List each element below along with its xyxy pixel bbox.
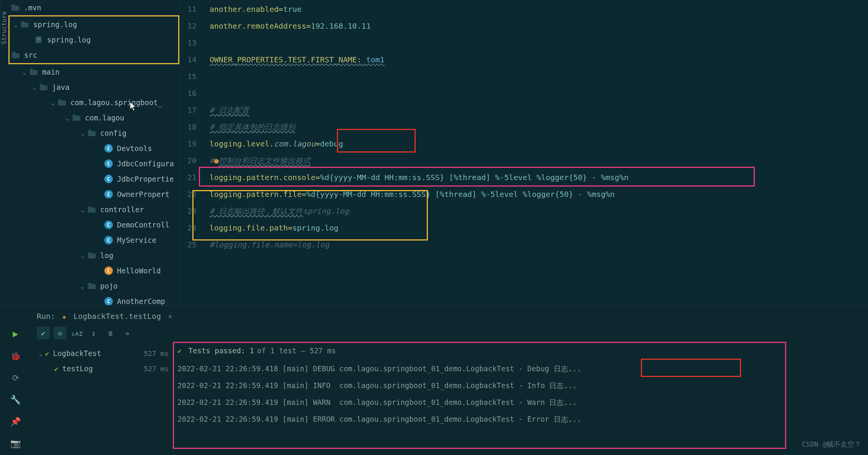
code-comment: # (210, 156, 214, 165)
chevron-down-icon[interactable]: ⌄ (63, 114, 72, 122)
tree-node-jdbcprops[interactable]: C JdbcPropertie (9, 171, 179, 187)
tree-node-helloworld[interactable]: C HelloWorld (9, 263, 179, 278)
run-toolbar: Run: ⬥ LogbackTest.testLog × (31, 306, 868, 327)
expand-icon[interactable]: ↧ (87, 327, 100, 340)
svg-rect-11 (30, 69, 33, 71)
tree-node-anothercomp[interactable]: C AnotherComp (9, 294, 179, 305)
svg-rect-15 (58, 99, 62, 101)
code-text: = (315, 139, 320, 148)
code-text: OWNER_PROPERTIES.TEST.FIRST_NAME: (210, 55, 361, 64)
test-root-row[interactable]: ⌄ ✔ LogbackTest 527 ms (31, 346, 173, 361)
collapse-icon[interactable]: ≣ (104, 327, 117, 340)
class-icon: C (104, 144, 113, 153)
code-text: %d{yyyy-MM-dd HH:mm:ss.SSS} [%thread] %-… (306, 190, 615, 199)
project-tree[interactable]: .mvn ⌄ spring.log spring.log src ⌄ (0, 0, 180, 305)
chevron-down-icon[interactable]: ⌄ (78, 130, 87, 137)
sort-icon[interactable]: ↓ᴀᴢ (70, 327, 83, 340)
class-icon: C (104, 159, 113, 168)
more-icon[interactable]: » (121, 327, 134, 340)
test-method-row[interactable]: ✔ testLog 527 ms (31, 361, 173, 376)
debug-icon[interactable]: 🐞 (10, 351, 21, 361)
console-line: 2022-02-21 22:26:59.418 [main] DEBUG com… (177, 360, 866, 377)
tree-node-config[interactable]: ⌄ config (9, 125, 179, 141)
svg-rect-3 (21, 21, 24, 23)
structure-tool-tab[interactable]: Structure (0, 0, 8, 46)
package-icon (87, 128, 96, 138)
chevron-down-icon[interactable]: ⌄ (20, 68, 29, 76)
chevron-down-icon[interactable]: ⌄ (30, 84, 39, 91)
pass-icon: ✔ (54, 365, 59, 373)
svg-rect-7 (37, 41, 39, 42)
folder-icon (11, 3, 20, 12)
pin-icon[interactable]: 📌 (10, 417, 21, 426)
line-number: 14 (180, 51, 197, 68)
settings-icon[interactable]: 🔧 (10, 395, 21, 405)
tree-node-myservice[interactable]: C MyService (9, 232, 179, 248)
code-text: debug (320, 139, 343, 148)
chevron-down-icon[interactable]: ⌄ (78, 206, 87, 213)
close-icon[interactable]: × (168, 312, 172, 321)
code-comment: 控制台和日志文件输出格式 (219, 156, 310, 165)
code-comment: spring.log (303, 206, 349, 216)
camera-icon[interactable]: 📷 (10, 439, 21, 448)
check-icon[interactable]: ✔ (37, 327, 50, 340)
editor-area[interactable]: another.enabled=true another.remoteAddre… (201, 0, 868, 305)
run-tab[interactable]: LogbackTest.testLog (73, 312, 161, 321)
tree-node-devtools[interactable]: C Devtools (9, 141, 179, 156)
file-icon (34, 35, 43, 44)
run-label: Run: (37, 312, 55, 321)
chevron-down-icon[interactable]: ⌄ (11, 21, 20, 28)
console-line: 2022-02-21 22:26:59.419 [main] ERROR com… (177, 411, 866, 427)
tree-node-mvn[interactable]: .mvn (9, 0, 179, 15)
rerun-icon[interactable]: ▶ (13, 328, 18, 339)
tree-node-jdbcconfig[interactable]: C JdbcConfigura (9, 156, 179, 171)
test-tree[interactable]: ⌄ ✔ LogbackTest 527 ms ✔ testLog 527 ms (31, 343, 174, 455)
code-text: com.lagou (274, 139, 315, 148)
line-number: 22 (180, 186, 197, 203)
tree-node-log[interactable]: ⌄ log (9, 248, 179, 263)
line-number: 20 (180, 152, 197, 169)
tree-node-src[interactable]: src (10, 47, 178, 63)
console-line: 2022-02-21 22:26:59.419 [main] INFO com.… (177, 377, 866, 394)
folder-icon (20, 20, 29, 29)
code-editor[interactable]: 111213141516171819202122232425 another.e… (180, 0, 868, 305)
line-number: 19 (180, 135, 197, 152)
line-number: 17 (180, 102, 197, 119)
tree-node-springlog-file[interactable]: spring.log (10, 32, 178, 47)
test-method-label: testLog (62, 364, 93, 373)
line-number: 15 (180, 68, 197, 85)
tree-node-democtrl[interactable]: C DemoControll (9, 217, 179, 232)
tree-node-controller[interactable]: ⌄ controller (9, 202, 179, 217)
svg-rect-21 (88, 206, 91, 208)
code-text: another.enabled= (210, 5, 283, 14)
line-number: 18 (180, 119, 197, 135)
code-text: logging.pattern.file= (210, 190, 306, 199)
refresh-icon[interactable]: ⟳ (12, 373, 19, 383)
console-output[interactable]: ✔ Tests passed: 1 of 1 test – 527 ms 202… (174, 343, 868, 455)
annotation-yellow-tree: ⌄ spring.log spring.log src (8, 15, 179, 64)
code-text: 192.168.10.11 (311, 21, 371, 31)
line-number: 13 (180, 34, 197, 51)
svg-rect-17 (73, 115, 76, 117)
stop-icon[interactable]: ⊘ (54, 327, 67, 340)
code-text: logging.file.path= (210, 223, 293, 232)
tree-node-main[interactable]: ⌄ main (9, 64, 179, 80)
svg-rect-19 (88, 130, 91, 132)
code-text: tom1 (361, 55, 384, 64)
chevron-down-icon[interactable]: ⌄ (78, 252, 87, 259)
chevron-down-icon[interactable]: ⌄ (36, 350, 45, 357)
tree-node-springlog-folder[interactable]: ⌄ spring.log (10, 17, 178, 32)
chevron-down-icon[interactable]: ⌄ (78, 283, 87, 290)
package-icon (87, 251, 96, 260)
tree-node-pkg-root[interactable]: ⌄ com.lagou.springboot_ (9, 95, 179, 110)
svg-rect-23 (88, 252, 91, 254)
tree-node-java[interactable]: ⌄ java (9, 80, 179, 95)
pass-icon: ✔ (177, 347, 182, 355)
chevron-down-icon[interactable]: ⌄ (48, 99, 57, 106)
tree-node-pojo[interactable]: ⌄ pojo (9, 278, 179, 294)
tree-node-ownerprops[interactable]: C OwnerPropert (9, 187, 179, 202)
run-sidebar: ▶ 🐞 ⟳ 🔧 📌 📷 (0, 306, 31, 455)
line-number: 11 (180, 1, 197, 18)
tree-node-pkg-sub[interactable]: ⌄ com.lagou (9, 110, 179, 125)
class-icon: C (104, 266, 113, 275)
